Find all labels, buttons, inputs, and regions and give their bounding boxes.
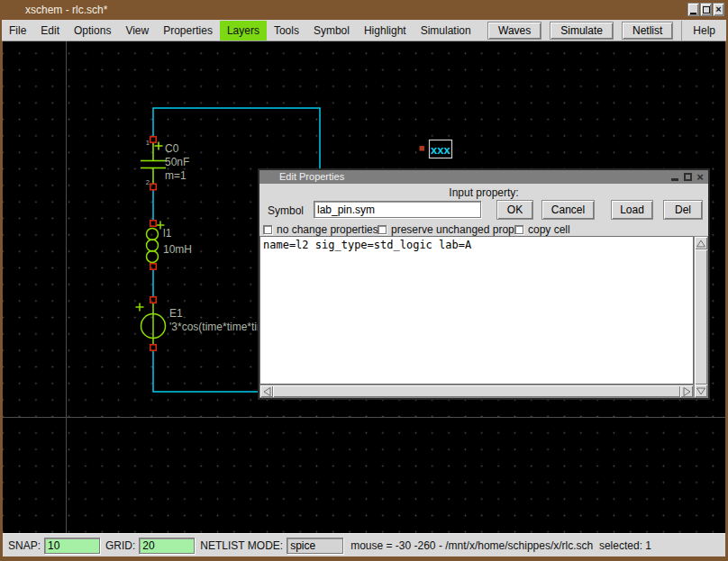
close-icon: × (696, 171, 704, 183)
inductor-symbol[interactable]: l1 10mH (147, 222, 193, 263)
maximize-button[interactable] (700, 3, 712, 16)
close-icon: × (715, 5, 721, 14)
menu-layers[interactable]: Layers (220, 21, 267, 41)
symbol-input[interactable] (314, 201, 481, 218)
dialog-maximize-button[interactable] (682, 171, 693, 182)
checkbox-icon[interactable] (263, 225, 272, 234)
scroll-down-button[interactable] (695, 385, 707, 397)
cancel-button[interactable]: Cancel (541, 200, 595, 220)
wire-bottom[interactable] (153, 351, 261, 392)
maximize-icon (703, 6, 710, 14)
window-titlebar[interactable]: xschem - rlc.sch* × (0, 0, 728, 20)
properties-textarea[interactable]: name=l2 sig_type=std_logic lab=A (259, 236, 694, 385)
menu-highlight[interactable]: Highlight (357, 21, 414, 41)
netlist-mode-input[interactable] (287, 538, 343, 554)
lab-pin-selected[interactable]: xxx (420, 140, 452, 158)
horizontal-scrollbar[interactable] (259, 385, 694, 398)
ok-button[interactable]: OK (496, 200, 533, 220)
grid-input[interactable] (139, 538, 195, 554)
xschem-window: xschem - rlc.sch* × File Edit Options Vi… (0, 0, 728, 561)
vertical-scrollbar[interactable] (694, 236, 708, 398)
checkbox-icon[interactable] (378, 225, 387, 234)
del-button[interactable]: Del (663, 200, 703, 220)
minimize-icon (671, 178, 678, 181)
dialog-minimize-button[interactable] (669, 171, 680, 182)
capacitor-symbol[interactable]: 1 2 C0 50nF m=1 (141, 139, 189, 187)
simulate-button[interactable]: Simulate (550, 22, 614, 40)
dialog-close-button[interactable]: × (695, 171, 705, 182)
vertical-scroll-thumb[interactable] (695, 249, 707, 385)
pin-number-2: 2 (146, 178, 150, 186)
scroll-right-button[interactable] (680, 385, 693, 397)
inductor-ref: l1 (163, 227, 172, 240)
lab-pin-terminal (420, 146, 425, 151)
menubar: File Edit Options View Properties Layers… (2, 20, 726, 41)
checkbox-preserve-unchanged-props[interactable]: preserve unchanged props (378, 223, 520, 236)
scroll-right-icon (683, 387, 691, 396)
menu-simulation[interactable]: Simulation (414, 21, 478, 41)
menu-file[interactable]: File (2, 21, 33, 41)
netlist-button[interactable]: Netlist (622, 22, 673, 40)
checkbox-label: preserve unchanged props (391, 223, 520, 236)
close-button[interactable]: × (713, 3, 724, 16)
menu-properties[interactable]: Properties (156, 21, 220, 41)
input-property-label: Input property: (259, 186, 708, 199)
mouse-status-text: mouse = -30 -260 - /mnt/x/home/schippes/… (350, 539, 651, 552)
snap-input[interactable] (44, 538, 100, 554)
checkbox-copy-cell[interactable]: copy cell (514, 223, 570, 236)
maximize-icon (684, 173, 692, 181)
lab-pin-text: xxx (431, 143, 450, 157)
capacitor-value: 50nF (165, 156, 189, 168)
checkbox-label: no change properties (277, 223, 378, 236)
vsource-symbol[interactable]: E1 '3*cos(time*time*time* (136, 303, 277, 345)
pin-number-1: 1 (146, 139, 150, 147)
menu-options[interactable]: Options (67, 21, 118, 41)
checkbox-no-change-properties[interactable]: no change properties (263, 223, 378, 236)
minimize-button[interactable] (687, 3, 699, 16)
checkbox-icon[interactable] (514, 225, 523, 234)
checkbox-label: copy cell (528, 223, 570, 236)
inductor-value: 10mH (163, 243, 192, 256)
menu-view[interactable]: View (118, 21, 156, 41)
scroll-down-icon (696, 387, 705, 395)
capacitor-extra: m=1 (165, 169, 187, 182)
grid-label: GRID: (105, 539, 135, 552)
scroll-up-icon (696, 240, 705, 248)
waves-button[interactable]: Waves (487, 22, 541, 40)
scroll-left-icon (263, 387, 271, 396)
minimize-icon (690, 13, 696, 14)
scroll-left-button[interactable] (260, 385, 273, 397)
statusbar: SNAP: GRID: NETLIST MODE: mouse = -30 -2… (3, 533, 725, 556)
capacitor-ref: C0 (165, 142, 179, 155)
menu-tools[interactable]: Tools (267, 21, 306, 41)
load-button[interactable]: Load (611, 200, 653, 220)
dialog-title: Edit Properties (279, 171, 344, 182)
menu-symbol[interactable]: Symbol (306, 21, 357, 41)
snap-label: SNAP: (8, 539, 41, 552)
symbol-label: Symbol (268, 204, 304, 217)
menu-edit[interactable]: Edit (33, 21, 67, 41)
edit-properties-dialog: Edit Properties × Input property: Symbol… (258, 168, 710, 400)
window-title: xschem - rlc.sch* (25, 4, 107, 16)
checkbox-row: no change properties preserve unchanged … (259, 223, 708, 236)
scroll-up-button[interactable] (695, 237, 707, 249)
dialog-titlebar[interactable]: Edit Properties × (259, 170, 708, 184)
netlist-mode-label: NETLIST MODE: (200, 539, 283, 552)
vsource-ref: E1 (169, 307, 183, 320)
horizontal-scroll-thumb[interactable] (273, 385, 680, 397)
menu-help[interactable]: Help (681, 21, 724, 41)
